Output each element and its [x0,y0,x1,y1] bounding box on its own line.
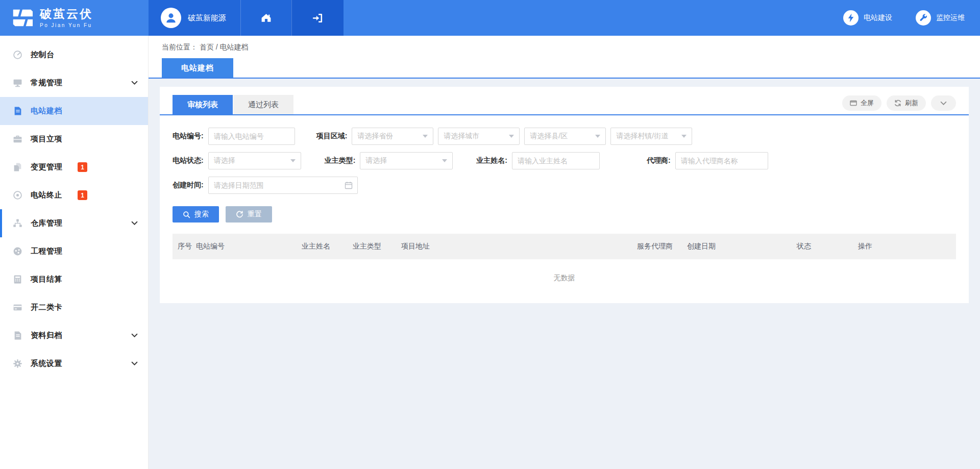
monitor-ops-label: 监控运维 [936,13,965,22]
column-header-index: 序号 [178,242,196,251]
file-icon [12,331,22,341]
notification-badge: 1 [78,190,87,200]
column-header-owner-type: 业主类型 [353,242,401,251]
station-no-input[interactable] [208,128,295,145]
caret-down-icon [290,159,296,162]
monitor-ops-nav[interactable]: 监控运维 [916,10,965,26]
sidebar-item-label: 开二类卡 [31,303,62,312]
column-header-status: 状态 [797,242,858,251]
search-label: 搜索 [194,210,209,219]
caret-down-icon [509,135,514,138]
created-time-label: 创建时间: [173,181,204,190]
briefcase-icon [12,134,22,144]
monitor-icon [12,78,22,88]
collapse-button[interactable] [931,95,956,111]
dashboard-icon [12,50,22,60]
town-select[interactable]: 请选择村镇/街道 [610,128,692,145]
fullscreen-button[interactable]: 全屏 [842,95,881,111]
topbar-right: 电站建设 监控运维 [344,0,980,36]
filter-row-1: 电站编号: 项目区域: 请选择省份 请选择城市 请选择县/区 [173,128,956,145]
brand-subtitle: Po Jian Yun Fu [40,22,93,28]
fullscreen-icon [850,100,857,106]
caret-down-icon [423,135,428,138]
sitemap-icon [12,218,22,229]
sidebar-item-warehouse-mgmt[interactable]: 仓库管理 [0,209,148,237]
chevron-down-icon [131,361,138,366]
sidebar-item-data-archive[interactable]: 资料归档 [0,322,148,350]
filter-actions: 搜索 重置 [160,201,969,223]
logout-button[interactable] [291,0,344,36]
caret-down-icon [442,159,447,162]
station-build-label: 电站建设 [864,13,892,22]
content-card: 审核列表 通过列表 全屏 [160,87,969,303]
date-range-picker[interactable] [208,177,358,194]
owner-type-label: 业主类型: [325,156,356,165]
agent-label: 代理商: [647,156,671,165]
reset-button[interactable]: 重置 [226,206,272,223]
region-label: 项目区域: [316,132,348,141]
filter-form: 电站编号: 项目区域: 请选择省份 请选择城市 请选择县/区 [160,115,969,194]
owner-name-input[interactable] [512,152,600,169]
sidebar-item-label: 控制台 [31,50,55,60]
city-select[interactable]: 请选择城市 [438,128,520,145]
filter-row-3: 创建时间: [173,177,956,194]
chevron-down-icon [131,81,138,85]
breadcrumb-path[interactable]: 首页 / 电站建档 [200,43,249,51]
sidebar-item-type2-card[interactable]: 开二类卡 [0,293,148,322]
sidebar-item-label: 工程管理 [31,246,62,256]
column-header-project-address: 项目地址 [401,242,637,251]
sidebar-item-engineering-mgmt[interactable]: 工程管理 [0,237,148,265]
station-status-label: 电站状态: [173,156,204,165]
province-select-placeholder: 请选择省份 [357,132,393,141]
topbar-nav-group: 破茧新能源 [149,0,344,36]
page-tab-station-archive[interactable]: 电站建档 [162,58,233,78]
province-select[interactable]: 请选择省份 [352,128,433,145]
search-button[interactable]: 搜索 [173,206,219,223]
sidebar-item-change-mgmt[interactable]: 变更管理 1 [0,153,148,181]
sidebar-item-label: 资料归档 [31,331,62,340]
refresh-button[interactable]: 刷新 [887,95,926,111]
sidebar-item-station-termination[interactable]: 电站终止 1 [0,181,148,209]
notification-badge: 1 [78,162,87,172]
station-status-select[interactable]: 请选择 [208,152,301,169]
credit-card-icon [12,303,22,313]
brand-title: 破茧云伏 [40,8,93,20]
empty-state-text: 无数据 [173,259,956,303]
topbar-user-name: 破茧新能源 [188,13,226,23]
station-no-label: 电站编号: [173,132,204,141]
sidebar-item-project-initiation[interactable]: 项目立项 [0,125,148,153]
caret-down-icon [595,135,600,138]
town-select-placeholder: 请选择村镇/街道 [616,132,668,141]
sidebar-item-system-settings[interactable]: 系统设置 [0,350,148,378]
county-select[interactable]: 请选择县/区 [524,128,606,145]
reset-label: 重置 [248,210,262,219]
station-build-nav[interactable]: 电站建设 [843,10,892,26]
card-tab-bar: 审核列表 通过列表 全屏 [160,87,969,115]
brand-logo-block: 破茧云伏 Po Jian Yun Fu [0,0,149,36]
agent-input[interactable] [675,152,768,169]
caret-down-icon [681,135,687,138]
logout-icon [312,12,324,24]
gear-icon [12,359,22,369]
sidebar-item-general-mgmt[interactable]: 常规管理 [0,69,148,97]
tab-review-list[interactable]: 审核列表 [173,95,233,114]
column-header-service-agent: 服务代理商 [637,242,687,251]
date-range-input[interactable] [208,177,358,194]
topbar-user-menu[interactable]: 破茧新能源 [149,0,240,36]
owner-name-label: 业主姓名: [476,156,507,165]
breadcrumb-label: 当前位置： [162,43,198,51]
sidebar-item-station-archive[interactable]: 电站建档 [0,97,148,125]
sidebar-item-project-settlement[interactable]: 项目结算 [0,265,148,293]
tab-passed-list[interactable]: 通过列表 [233,95,293,114]
sidebar-item-label: 项目结算 [31,275,62,284]
home-button[interactable] [240,0,291,36]
main-content: 当前位置： 首页 / 电站建档 电站建档 审核列表 通过列表 全屏 [149,36,980,469]
sidebar-item-label: 常规管理 [31,78,62,88]
target-icon [12,190,22,201]
sidebar-item-label: 电站终止 [31,190,62,200]
owner-type-select[interactable]: 请选择 [360,152,453,169]
sidebar-item-dashboard[interactable]: 控制台 [0,41,148,69]
wrench-icon [916,10,931,26]
search-icon [183,211,190,218]
station-status-placeholder: 请选择 [214,156,235,165]
